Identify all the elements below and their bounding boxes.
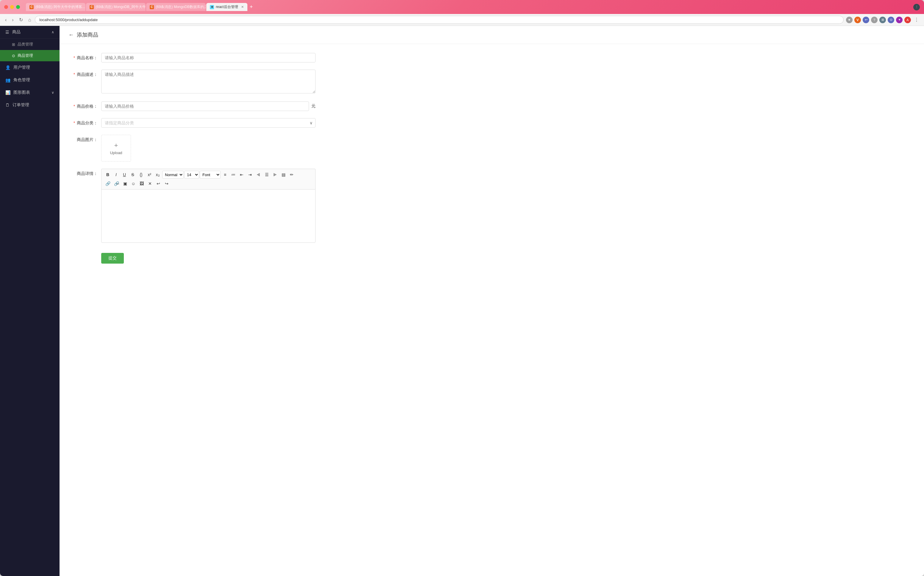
- sidebar-item-users[interactable]: 👤 用户管理: [0, 61, 59, 74]
- paint-format-button[interactable]: ✏: [288, 171, 296, 179]
- justify-button[interactable]: ▤: [280, 171, 287, 179]
- forward-nav-button[interactable]: ›: [10, 16, 15, 24]
- category-icon: ⊞: [12, 42, 15, 47]
- sidebar: ☰ 商品 ∧ ⊞ 品类管理 ⊙ 商品管理 👤 用户管理: [0, 26, 59, 576]
- ext5-icon[interactable]: ⊙: [888, 17, 894, 23]
- address-bar[interactable]: localhost:5000/product/addupdate: [35, 16, 844, 24]
- align-center-button[interactable]: ☰: [263, 171, 271, 179]
- font-size-select[interactable]: 14: [184, 171, 199, 179]
- align-left-button[interactable]: ⫷: [255, 171, 262, 179]
- close-button[interactable]: [4, 5, 8, 9]
- link-button[interactable]: 🔗: [104, 180, 112, 187]
- upload-label: Upload: [110, 150, 122, 155]
- back-button[interactable]: ←: [69, 32, 74, 38]
- ext4-icon[interactable]: ⊞: [879, 17, 886, 23]
- align-right-button[interactable]: ⫸: [271, 171, 279, 179]
- sidebar-item-orders[interactable]: 🗒 订单管理: [0, 99, 59, 111]
- yuan-label: 元: [311, 104, 315, 109]
- detail-field: B I U S {} x² x₂ Normal 14: [101, 169, 315, 243]
- sidebar-charts-label: 图形图表: [13, 90, 30, 95]
- editor-area[interactable]: [101, 189, 315, 243]
- outdent-button[interactable]: ⇤: [238, 171, 246, 179]
- font-family-select[interactable]: Font: [200, 171, 221, 179]
- image-field: + Upload: [101, 135, 315, 162]
- sidebar-orders-label: 订单管理: [13, 102, 29, 108]
- sidebar-item-category[interactable]: ⊞ 品类管理: [0, 39, 59, 50]
- redo-button[interactable]: ↪: [163, 180, 171, 187]
- indent-button[interactable]: ⇥: [246, 171, 254, 179]
- ext3-icon[interactable]: ?: [871, 17, 878, 23]
- font-style-select[interactable]: Normal: [162, 171, 184, 179]
- upload-plus-icon: +: [114, 142, 118, 149]
- tab-4[interactable]: ⚛ react后台管理 ✕: [206, 3, 247, 11]
- page-title: 添加商品: [77, 31, 98, 38]
- form-container: * 商品名称： * 商品描述：: [59, 44, 327, 280]
- tab-2[interactable]: C (69条消息) MongoDB_阿牛大牛... ✕: [86, 3, 146, 11]
- desc-field: [101, 70, 315, 94]
- address-text: localhost:5000/product/addupdate: [39, 18, 98, 22]
- name-input[interactable]: [101, 53, 315, 62]
- ext6-icon[interactable]: ✦: [896, 17, 903, 23]
- subscript-button[interactable]: x₂: [154, 171, 162, 179]
- tab1-favicon: C: [29, 5, 34, 9]
- tab4-favicon: ⚛: [210, 5, 214, 9]
- unordered-list-button[interactable]: ≡: [221, 171, 229, 179]
- strikethrough-button[interactable]: S: [129, 171, 137, 179]
- charts-icon: 📊: [5, 90, 10, 95]
- price-input-wrap: 元: [101, 101, 315, 111]
- sidebar-item-products[interactable]: ☰ 商品 ∧: [0, 26, 59, 39]
- bold-button[interactable]: B: [104, 171, 112, 179]
- maximize-button[interactable]: [16, 5, 20, 9]
- desc-input[interactable]: [101, 70, 315, 93]
- product-mgmt-icon: ⊙: [12, 54, 15, 58]
- ext1-icon[interactable]: V: [854, 17, 861, 23]
- ext2-icon[interactable]: ↩: [863, 17, 869, 23]
- reload-button[interactable]: ↻: [18, 16, 24, 24]
- sidebar-item-product-mgmt[interactable]: ⊙ 商品管理: [0, 50, 59, 61]
- price-required-star: *: [74, 104, 75, 109]
- home-button[interactable]: ⌂: [27, 16, 33, 24]
- nav-bar: ‹ › ↻ ⌂ localhost:5000/product/addupdate…: [0, 14, 924, 26]
- bookmark-icon[interactable]: ★: [846, 17, 853, 23]
- image-button[interactable]: 🖼: [138, 180, 146, 187]
- tab4-close[interactable]: ✕: [241, 5, 244, 9]
- code-button[interactable]: {}: [137, 171, 145, 179]
- name-required-star: *: [74, 55, 75, 60]
- category-select[interactable]: 请指定商品分类: [101, 118, 315, 128]
- name-field: [101, 53, 315, 62]
- upload-area[interactable]: + Upload: [101, 135, 131, 162]
- desc-label: * 商品描述：: [72, 70, 101, 77]
- submit-field: 提交: [101, 250, 315, 264]
- minimize-button[interactable]: [10, 5, 14, 9]
- sidebar-product-mgmt-label: 商品管理: [18, 53, 33, 58]
- unlink-button[interactable]: 🔗̶: [112, 180, 120, 187]
- new-tab-button[interactable]: +: [248, 4, 255, 10]
- clear-format-button[interactable]: ✕: [146, 180, 154, 187]
- back-nav-button[interactable]: ‹: [3, 16, 8, 24]
- title-bar: C (69条消息) 阿牛大牛中的博客... ✕ C (69条消息) MongoD…: [0, 0, 924, 14]
- form-row-desc: * 商品描述：: [72, 70, 315, 94]
- tab-1[interactable]: C (69条消息) 阿牛大牛中的博客... ✕: [26, 3, 85, 11]
- underline-button[interactable]: U: [120, 171, 128, 179]
- tabs-bar: C (69条消息) 阿牛大牛中的博客... ✕ C (69条消息) MongoD…: [26, 3, 910, 11]
- emoji-button[interactable]: ☺: [130, 180, 137, 187]
- tab3-favicon: C: [150, 5, 154, 9]
- sidebar-category-label: 品类管理: [18, 42, 33, 47]
- superscript-button[interactable]: x²: [146, 171, 153, 179]
- category-required-star: *: [74, 120, 75, 125]
- video-button[interactable]: ▣: [121, 180, 129, 187]
- price-input[interactable]: [101, 101, 309, 111]
- tab-3[interactable]: C (69条消息) MongoDB数据库的之... ✕: [146, 3, 206, 11]
- undo-button[interactable]: ↩: [154, 180, 162, 187]
- italic-button[interactable]: I: [112, 171, 120, 179]
- browser-settings-button[interactable]: ⋮: [913, 16, 921, 24]
- ordered-list-button[interactable]: ≔: [229, 171, 237, 179]
- submit-button[interactable]: 提交: [101, 253, 124, 264]
- category-field: 请指定商品分类 ∨: [101, 118, 315, 128]
- sidebar-item-roles[interactable]: 👥 角色管理: [0, 74, 59, 86]
- ext7-icon[interactable]: A: [904, 17, 911, 23]
- tab2-label: (69条消息) MongoDB_阿牛大牛...: [96, 5, 146, 10]
- browser-menu-icon[interactable]: ⋮: [913, 4, 920, 10]
- products-expand-icon: ∧: [51, 30, 54, 34]
- sidebar-item-charts[interactable]: 📊 图形图表 ∨: [0, 86, 59, 99]
